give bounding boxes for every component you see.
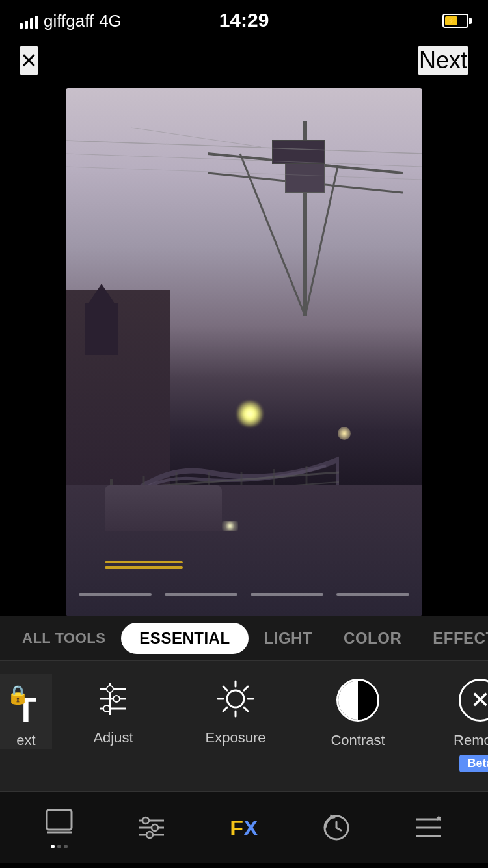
- yellow-line-1: [105, 561, 183, 563]
- svg-line-18: [66, 167, 422, 180]
- road-mark: [336, 593, 409, 596]
- svg-point-24: [107, 686, 113, 692]
- nav-layers[interactable]: [20, 807, 98, 848]
- svg-point-42: [152, 824, 158, 831]
- nav-presets[interactable]: [390, 812, 468, 843]
- dot-1: [51, 845, 55, 848]
- svg-line-34: [244, 686, 248, 690]
- fx-x: X: [243, 815, 258, 840]
- svg-line-35: [223, 707, 227, 711]
- svg-line-33: [244, 707, 248, 711]
- road-mark: [165, 593, 237, 596]
- lock-icon-left: 🔒: [7, 684, 29, 705]
- tool-remove-label: Remove: [454, 732, 488, 749]
- layers-icon: [44, 807, 75, 838]
- battery-fill: ⚡: [445, 16, 457, 25]
- tool-adjust[interactable]: Adjust: [52, 674, 174, 746]
- svg-line-17: [66, 154, 422, 167]
- battery-bolt: ⚡: [447, 18, 456, 25]
- tab-essential[interactable]: ESSENTIAL: [121, 623, 248, 654]
- tools-row: 🔒 T ext Adjust: [0, 661, 488, 791]
- presets-icon: [413, 812, 444, 843]
- status-time: 14:29: [219, 9, 269, 31]
- svg-point-26: [103, 705, 110, 712]
- tool-contrast-label: Contrast: [331, 732, 385, 749]
- tower: [85, 303, 118, 355]
- tool-contrast[interactable]: Contrast: [297, 674, 419, 749]
- signal-bar-2: [25, 21, 28, 29]
- circle-x-icon: ✕: [459, 679, 488, 722]
- tool-text[interactable]: 🔒 T ext: [0, 674, 52, 749]
- light-center: [237, 401, 263, 427]
- signal-bar-1: [20, 23, 23, 29]
- tool-adjust-label: Adjust: [93, 729, 133, 746]
- signal-bar-4: [35, 16, 38, 29]
- svg-line-16: [66, 141, 422, 154]
- dot-3: [64, 845, 68, 848]
- signal-bar-3: [30, 18, 33, 29]
- top-nav: × Next: [0, 39, 488, 88]
- status-right: ⚡: [442, 14, 468, 28]
- signal-bars: [20, 13, 38, 29]
- road-markings: [66, 593, 422, 596]
- photo-background: [66, 88, 422, 616]
- tab-effects[interactable]: EFFECTS: [417, 621, 488, 655]
- adjust-icon: [92, 677, 135, 720]
- bottom-nav: FX: [0, 791, 488, 863]
- svg-point-25: [113, 696, 120, 702]
- tool-text-label: ext: [16, 732, 35, 749]
- svg-rect-36: [47, 810, 72, 830]
- svg-line-32: [223, 686, 227, 690]
- fx-icon: FX: [228, 812, 260, 843]
- status-left: giffgaff 4G: [20, 11, 122, 31]
- fx-f: F: [230, 815, 243, 840]
- sun-icon: [214, 677, 257, 720]
- tool-exposure-label: Exposure: [206, 729, 266, 746]
- close-button[interactable]: ×: [20, 46, 38, 75]
- svg-point-27: [227, 690, 244, 707]
- tab-all-tools[interactable]: ALL TOOLS: [7, 622, 121, 655]
- beta-badge: Beta: [459, 755, 488, 772]
- svg-point-43: [146, 832, 153, 838]
- car-silhouette: [105, 485, 222, 531]
- tab-color[interactable]: COLOR: [328, 621, 417, 655]
- yellow-line-2: [105, 566, 183, 569]
- headlight: [222, 521, 238, 531]
- history-icon: [321, 812, 352, 843]
- nav-dots: [51, 845, 68, 848]
- battery-icon: ⚡: [442, 14, 468, 28]
- photo-container: [66, 88, 422, 616]
- svg-point-41: [142, 817, 149, 824]
- carrier-label: giffgaff: [44, 11, 94, 31]
- contrast-icon: [335, 677, 381, 723]
- light-right: [338, 427, 351, 440]
- road-mark: [79, 593, 152, 596]
- svg-line-19: [131, 128, 261, 147]
- remove-icon: ✕: [457, 677, 488, 723]
- status-bar: giffgaff 4G 14:29 ⚡: [0, 0, 488, 39]
- next-button[interactable]: Next: [418, 46, 468, 75]
- power-lines: [66, 88, 422, 284]
- road-area: [66, 485, 422, 616]
- dot-2: [57, 845, 61, 848]
- tool-remove[interactable]: 🔒 ✕ Remove Beta: [419, 674, 488, 772]
- road-mark: [251, 593, 323, 596]
- tab-light[interactable]: LIGHT: [249, 621, 329, 655]
- network-label: 4G: [99, 11, 122, 31]
- sliders-icon: [136, 812, 167, 843]
- nav-adjustments[interactable]: [113, 812, 191, 843]
- nav-fx[interactable]: FX: [205, 812, 283, 843]
- nav-history[interactable]: [297, 812, 375, 843]
- tool-exposure[interactable]: Exposure: [174, 674, 297, 746]
- tool-tabs: ALL TOOLS ESSENTIAL LIGHT COLOR EFFECTS: [0, 616, 488, 661]
